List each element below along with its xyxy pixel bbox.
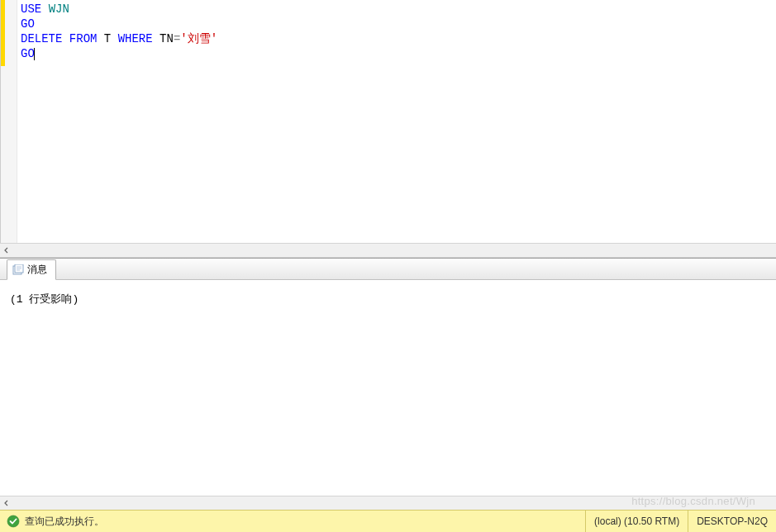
message-line: (1 行受影响) (10, 293, 79, 306)
sql-editor-pane: USE WJNGODELETE FROM T WHERE TN='刘雪'GO (0, 0, 776, 243)
success-check-icon (7, 515, 20, 528)
scroll-left-arrow-icon[interactable] (0, 244, 13, 257)
messages-output[interactable]: (1 行受影响) (0, 280, 776, 496)
editor-gutter (1, 0, 17, 243)
status-server: (local) (10.50 RTM) (585, 511, 688, 532)
code-editor[interactable]: USE WJNGODELETE FROM T WHERE TN='刘雪'GO (17, 0, 776, 243)
status-left-section: 查询已成功执行。 (0, 515, 585, 529)
text-cursor (34, 48, 35, 60)
messages-icon (12, 264, 24, 276)
svg-point-5 (7, 515, 19, 527)
tab-messages[interactable]: 消息 (7, 259, 56, 280)
status-host: DESKTOP-N2Q (688, 511, 776, 532)
status-bar: 查询已成功执行。 (local) (10.50 RTM) DESKTOP-N2Q (0, 510, 776, 532)
code-line: GO (21, 17, 773, 31)
scroll-left-arrow-icon[interactable] (0, 496, 13, 510)
tab-messages-label: 消息 (27, 263, 47, 277)
code-line: GO (21, 46, 773, 61)
editor-horizontal-scrollbar[interactable] (0, 243, 776, 258)
status-success-text: 查询已成功执行。 (25, 515, 104, 529)
code-line: USE WJN (21, 2, 773, 17)
code-line: DELETE FROM T WHERE TN='刘雪' (21, 31, 773, 46)
messages-horizontal-scrollbar[interactable] (0, 496, 776, 510)
results-pane: 消息 (1 行受影响) (0, 258, 776, 510)
change-indicator (1, 0, 5, 66)
status-right-section: (local) (10.50 RTM) DESKTOP-N2Q (585, 511, 776, 532)
results-tab-bar: 消息 (0, 259, 776, 280)
